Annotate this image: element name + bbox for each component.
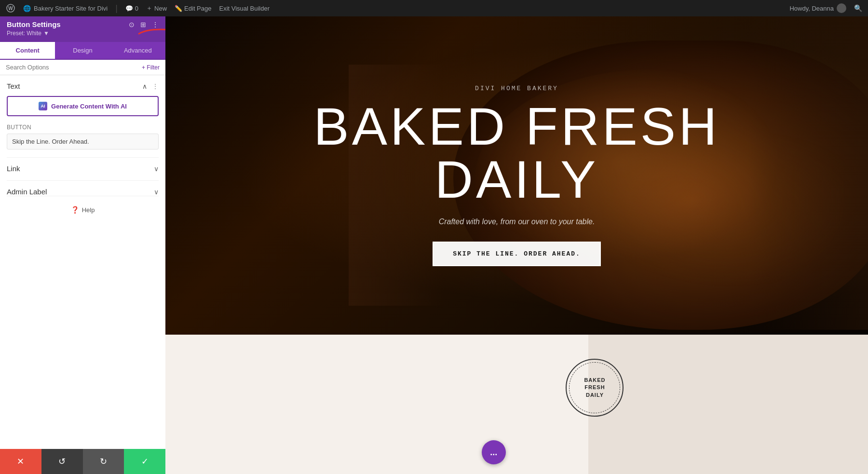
left-panel: Button Settings ⊙ ⊞ ⋮ Preset: White ▼: [0, 16, 165, 474]
bottom-bar: ✕ ↺ ↻ ✓: [0, 449, 165, 474]
portal-icon[interactable]: ⊙: [129, 21, 135, 28]
svg-text:W: W: [8, 6, 13, 11]
new-button[interactable]: ＋ New: [146, 4, 167, 13]
plus-icon: ＋: [146, 4, 152, 13]
ai-generate-button[interactable]: AI Generate Content With AI: [7, 96, 159, 116]
main-area: Button Settings ⊙ ⊞ ⋮ Preset: White ▼: [0, 16, 868, 474]
edit-page-link[interactable]: ✏️ Edit Page: [175, 5, 211, 12]
hero-title-line2: DAILY: [313, 153, 719, 206]
bakery-stamp: BAKED FRESH DAILY: [566, 359, 624, 417]
save-icon: ✓: [141, 456, 149, 467]
text-section-menu-icon[interactable]: ⋮: [152, 82, 159, 90]
gray-rectangle: [588, 335, 868, 474]
search-input[interactable]: [6, 64, 139, 71]
canvas-area: DIVI HOME BAKERY BAKED FRESH DAILY Craft…: [165, 16, 868, 474]
hero-cta-button[interactable]: SKIP THE LINE. ORDER AHEAD.: [433, 242, 601, 266]
hero-content: DIVI HOME BAKERY BAKED FRESH DAILY Craft…: [165, 16, 868, 335]
text-section-collapse-icon[interactable]: ∧: [142, 82, 147, 90]
preset-selector[interactable]: Preset: White ▼: [7, 30, 49, 37]
button-field-label: Button: [7, 124, 159, 131]
purple-dot-button[interactable]: ...: [482, 440, 506, 464]
button-text-input[interactable]: [7, 134, 159, 149]
link-section-header[interactable]: Link ∨: [7, 164, 159, 173]
more-icon[interactable]: ⋮: [152, 21, 159, 28]
site-name[interactable]: 🌐 Bakery Starter Site for Divi: [23, 5, 108, 12]
panel-header: Button Settings ⊙ ⊞ ⋮ Preset: White ▼: [0, 16, 165, 42]
undo-button[interactable]: ↺: [41, 449, 83, 474]
admin-label-title: Admin Label: [7, 188, 47, 196]
undo-icon: ↺: [58, 456, 66, 467]
help-link[interactable]: Help: [82, 206, 95, 214]
search-icon[interactable]: 🔍: [854, 4, 862, 12]
link-chevron-icon: ∨: [154, 165, 159, 173]
pencil-icon: ✏️: [175, 5, 182, 12]
cancel-button[interactable]: ✕: [0, 449, 41, 474]
text-section-title: Text: [7, 82, 20, 90]
hero-section: DIVI HOME BAKERY BAKED FRESH DAILY Craft…: [165, 16, 868, 335]
tab-content[interactable]: Content: [0, 42, 55, 59]
filter-button[interactable]: + Filter: [142, 64, 160, 71]
tab-design[interactable]: Design: [55, 42, 110, 59]
admin-label-section: Admin Label ∨: [7, 180, 159, 196]
user-avatar: [837, 3, 846, 13]
help-icon: ❓: [71, 206, 79, 214]
search-bar: + Filter: [0, 60, 165, 75]
comments-link[interactable]: 💬 0: [125, 5, 138, 12]
tab-advanced[interactable]: Advanced: [110, 42, 165, 59]
cancel-icon: ✕: [17, 456, 24, 467]
hero-subtitle: DIVI HOME BAKERY: [475, 85, 558, 92]
grid-icon[interactable]: ⊞: [140, 21, 146, 28]
hero-title-line1: BAKED FRESH: [313, 100, 719, 153]
panel-title: Button Settings: [7, 20, 61, 28]
hero-description: Crafted with love, from our oven to your…: [439, 217, 595, 226]
exit-visual-builder-link[interactable]: Exit Visual Builder: [219, 5, 270, 12]
hero-title: BAKED FRESH DAILY: [313, 100, 719, 206]
below-hero-section: BAKED FRESH DAILY ...: [165, 335, 868, 474]
chevron-down-icon: ▼: [43, 30, 49, 37]
link-section-title: Link: [7, 164, 20, 173]
admin-label-chevron-icon: ∨: [154, 188, 159, 196]
panel-content: Text ∧ ⋮ AI Generate Content With AI But…: [0, 75, 165, 449]
save-button[interactable]: ✓: [124, 449, 165, 474]
ai-icon: AI: [39, 102, 47, 110]
wp-logo-icon: W: [6, 3, 15, 13]
button-field: Button: [7, 124, 159, 149]
help-area: ❓ Help: [7, 196, 159, 223]
admin-label-header[interactable]: Admin Label ∨: [7, 188, 159, 196]
panel-tabs: Content Design Advanced: [0, 42, 165, 60]
wp-admin-bar: W 🌐 Bakery Starter Site for Divi | 💬 0 ＋…: [0, 0, 868, 16]
text-section-header: Text ∧ ⋮: [7, 82, 159, 90]
link-section: Link ∨: [7, 157, 159, 173]
redo-icon: ↻: [100, 456, 107, 467]
redo-button[interactable]: ↻: [83, 449, 124, 474]
globe-icon: 🌐: [23, 5, 31, 12]
comment-icon: 💬: [125, 5, 133, 12]
user-menu[interactable]: Howdy, Deanna: [789, 3, 846, 13]
stamp-text: BAKED FRESH DAILY: [584, 377, 605, 399]
